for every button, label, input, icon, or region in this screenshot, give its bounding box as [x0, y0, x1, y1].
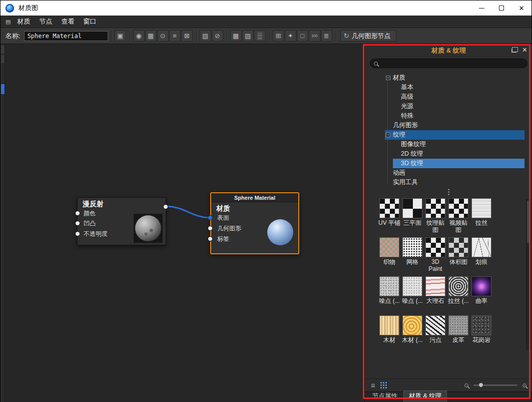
- texture-item[interactable]: 织物: [378, 237, 401, 273]
- tree-item-material[interactable]: −材质: [365, 73, 524, 83]
- list-view-icon[interactable]: ≡: [371, 381, 375, 389]
- close-icon: ✕: [519, 5, 524, 12]
- texture-item[interactable]: 划痕: [470, 237, 493, 273]
- toolbar-delete-button[interactable]: ⊘: [212, 30, 223, 42]
- toolbar-separator: [130, 31, 130, 41]
- zoom-in-icon[interactable]: [522, 383, 526, 387]
- texture-item[interactable]: 木材 (...: [401, 315, 424, 351]
- menu-node[interactable]: 节点: [35, 16, 57, 28]
- texture-item[interactable]: UV 平铺: [378, 198, 401, 234]
- toolbar-align-button[interactable]: ≡: [169, 30, 181, 42]
- maximize-icon: [499, 6, 504, 11]
- menubar-palette-icon: ▤: [6, 19, 11, 25]
- diffuse-bump-port[interactable]: [75, 221, 80, 226]
- toolbar-lock-button[interactable]: ⊠: [181, 30, 193, 42]
- menu-view[interactable]: 查看: [57, 16, 79, 28]
- toolbar-texture-a-button[interactable]: ▩: [230, 30, 242, 42]
- diffuse-color-port[interactable]: [75, 211, 80, 216]
- toolbar-hierarchy-button[interactable]: ≣: [321, 30, 332, 42]
- texture-item[interactable]: 噪点 (...: [401, 276, 424, 312]
- toolbar-preview-button[interactable]: ⊙: [157, 30, 169, 42]
- diffuse-bump-port-label: 凹凸: [84, 220, 96, 227]
- toolbar-duplicate-button[interactable]: ▧: [200, 30, 211, 42]
- toolbar-effects-button[interactable]: ✦: [285, 30, 296, 42]
- tree-item-advanced[interactable]: 高级: [365, 92, 524, 102]
- material-geometry-port[interactable]: [208, 226, 213, 231]
- menu-window[interactable]: 窗口: [79, 16, 101, 28]
- texture-item[interactable]: 三平面: [401, 198, 424, 234]
- scrollbar-handle[interactable]: [527, 201, 530, 243]
- toolbar-checker-view-button[interactable]: ▦: [145, 30, 157, 42]
- search-input[interactable]: [378, 60, 527, 67]
- panel-splitter[interactable]: [365, 188, 532, 195]
- grid-view-icon[interactable]: [380, 382, 382, 383]
- search-box[interactable]: [370, 59, 527, 68]
- panel-close-icon[interactable]: ✕: [522, 46, 527, 54]
- toolbar-save-button[interactable]: ▣: [115, 30, 126, 42]
- texture-item[interactable]: 视频贴图: [447, 198, 470, 234]
- tree-item-light[interactable]: 光源: [365, 102, 524, 111]
- texture-item[interactable]: 花岗岩: [470, 315, 493, 351]
- diffuse-node[interactable]: 漫反射 颜色 凹凸 不透明度: [77, 197, 166, 245]
- tree-item-basic[interactable]: 基本: [365, 83, 524, 92]
- tree-item-image-texture[interactable]: 图像纹理: [365, 140, 524, 149]
- tree-item-utilities[interactable]: 实用工具: [365, 178, 524, 187]
- texture-item[interactable]: 曲率: [470, 276, 493, 312]
- material-surface-port[interactable]: [208, 215, 213, 220]
- side-tab[interactable]: [1, 55, 5, 63]
- tab-materials-textures[interactable]: 材质 & 纹理: [403, 390, 447, 402]
- texture-item[interactable]: 噪点 (...: [378, 276, 401, 312]
- node-graph-canvas[interactable]: 漫反射 颜色 凹凸 不透明度 Sphere Material 材质 表面 几何: [5, 44, 364, 402]
- expander-icon[interactable]: −: [386, 76, 390, 80]
- diffuse-opacity-port[interactable]: [75, 231, 80, 236]
- geometry-node-button[interactable]: ↻ 几何图形节点: [340, 30, 396, 42]
- toolbar-separator: [227, 31, 227, 41]
- tree-item-geometry[interactable]: 几何图形: [365, 121, 524, 130]
- close-button[interactable]: ✕: [511, 1, 531, 16]
- toolbar-texture-b-button[interactable]: ▨: [242, 30, 254, 42]
- material-tag-port[interactable]: [208, 236, 213, 241]
- diffuse-output-port[interactable]: [163, 204, 168, 209]
- maximize-button[interactable]: [491, 1, 511, 16]
- side-tab[interactable]: [1, 46, 5, 54]
- material-node[interactable]: Sphere Material 材质 表面 几何图形 标签: [210, 192, 299, 254]
- menu-material[interactable]: 材质: [13, 16, 35, 28]
- material-tag-port-label: 标签: [217, 235, 229, 242]
- texture-item[interactable]: 污点: [424, 315, 447, 351]
- texture-item[interactable]: 体积图: [447, 237, 470, 273]
- texture-item[interactable]: 拉丝 (...: [447, 276, 470, 312]
- zoom-out-icon[interactable]: [464, 383, 468, 387]
- texture-item[interactable]: 3D Paint: [424, 237, 447, 273]
- tree-item-texture[interactable]: −纹理: [365, 130, 524, 140]
- texture-label: 木材 (...: [401, 337, 424, 351]
- undock-icon[interactable]: [511, 49, 516, 53]
- toolbar-frame-button[interactable]: □: [297, 30, 308, 42]
- expander-icon[interactable]: −: [386, 133, 390, 137]
- texture-browser: UV 平铺 三平面 纹理贴图 视频贴图 拉丝 织物 网格 3D Paint 体积…: [365, 195, 532, 378]
- texture-item[interactable]: 网格: [401, 237, 424, 273]
- diffuse-preview-box: [134, 214, 163, 243]
- connection-wire[interactable]: [166, 206, 210, 218]
- thumbnail-zoom-slider[interactable]: [473, 384, 517, 386]
- toolbar-zoom-100-button[interactable]: 100: [309, 30, 320, 42]
- texture-item[interactable]: 皮革: [447, 315, 470, 351]
- toolbar-material-sphere-button[interactable]: ◉: [133, 30, 145, 42]
- toolbar-add-node-button[interactable]: ⊞: [273, 30, 284, 42]
- minimize-button[interactable]: [471, 1, 491, 16]
- tree-item-2d-texture[interactable]: 2D 纹理: [365, 149, 524, 159]
- side-tab-active[interactable]: [1, 84, 5, 94]
- texture-scrollbar[interactable]: [526, 199, 531, 349]
- tree-item-animation[interactable]: 动画: [365, 168, 524, 178]
- texture-item[interactable]: 木材: [378, 315, 401, 351]
- tree-item-3d-texture[interactable]: 3D 纹理: [365, 159, 524, 168]
- texture-item[interactable]: 纹理贴图: [424, 198, 447, 234]
- tree-label: 动画: [393, 169, 405, 177]
- tab-node-properties[interactable]: 节点属性: [367, 391, 402, 402]
- texture-item[interactable]: 拉丝: [470, 198, 493, 234]
- material-name-input[interactable]: [24, 31, 108, 41]
- texture-item[interactable]: 大理石: [424, 276, 447, 312]
- tree-item-special[interactable]: 特殊: [365, 111, 524, 121]
- slider-handle[interactable]: [478, 382, 483, 387]
- toolbar-texture-c-button[interactable]: ▒: [254, 30, 266, 42]
- panel-search-row: [365, 57, 532, 70]
